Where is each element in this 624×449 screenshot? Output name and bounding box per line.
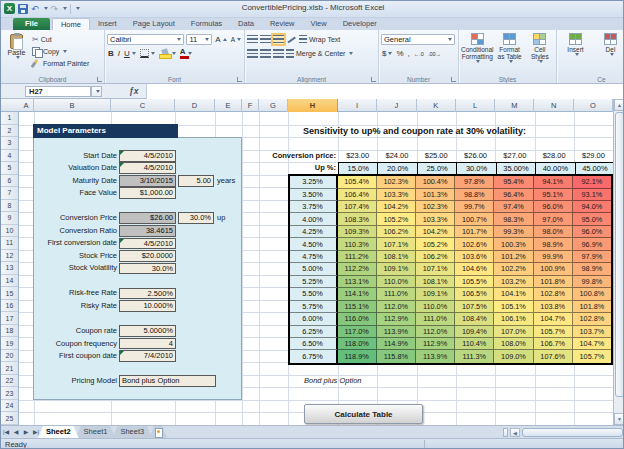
sensitivity-cell[interactable]: 99.7% — [455, 201, 494, 213]
param-value-calculated[interactable]: $26.00 — [119, 212, 176, 224]
font-name-select[interactable]: Calibri — [107, 34, 184, 45]
sensitivity-cell[interactable]: 107.1% — [377, 238, 416, 250]
sensitivity-cell[interactable]: 96.9% — [573, 238, 611, 250]
param-value[interactable]: 30.0% — [119, 263, 176, 275]
coupon-rate-cell[interactable]: 6.75% — [290, 350, 338, 362]
sensitivity-cell[interactable]: 105.7% — [534, 326, 573, 338]
sheet-tab-sheet2[interactable]: Sheet2 — [38, 426, 79, 438]
sensitivity-cell[interactable]: 100.8% — [573, 288, 611, 300]
sensitivity-cell[interactable]: 105.4% — [338, 176, 377, 188]
sensitivity-cell[interactable]: 106.5% — [455, 288, 494, 300]
column-header-F[interactable]: F — [242, 99, 259, 112]
dialog-launcher-icon[interactable] — [451, 77, 456, 82]
accounting-format-button[interactable]: $ — [381, 48, 393, 59]
coupon-rate-cell[interactable]: 5.75% — [290, 301, 338, 313]
sensitivity-cell[interactable]: 95.4% — [494, 176, 533, 188]
row-header-3[interactable]: 3 — [1, 137, 18, 150]
row-header-8[interactable]: 8 — [1, 200, 18, 213]
bottom-align-button[interactable] — [273, 35, 284, 44]
sensitivity-cell[interactable]: 114.1% — [338, 288, 377, 300]
param-value[interactable]: 7/4/2010 — [119, 350, 176, 362]
sensitivity-cell[interactable]: 118.9% — [338, 350, 377, 362]
sensitivity-cell[interactable]: 109.1% — [416, 288, 455, 300]
bold-button[interactable]: B — [107, 48, 115, 59]
row-header-14[interactable]: 14 — [1, 275, 18, 288]
conversion-price-value[interactable]: $29.00 — [574, 150, 613, 161]
tab-insert[interactable]: Insert — [90, 18, 125, 30]
param-value[interactable]: Bond plus Option — [119, 375, 216, 387]
sensitivity-cell[interactable]: 97.9% — [573, 251, 611, 263]
sensitivity-cell[interactable]: 115.1% — [338, 301, 377, 313]
paste-button[interactable]: Paste — [3, 32, 30, 70]
sensitivity-cell[interactable]: 98.8% — [455, 189, 494, 201]
up-percent-value[interactable]: 15.0% — [339, 163, 378, 174]
sensitivity-cell[interactable]: 104.7% — [573, 338, 611, 350]
delete-cells-button[interactable]: Del — [594, 32, 624, 70]
format-painter-button[interactable]: Format Painter — [32, 58, 89, 69]
sensitivity-cell[interactable]: 97.4% — [494, 201, 533, 213]
sensitivity-cell[interactable]: 106.2% — [416, 251, 455, 263]
row-header-7[interactable]: 7 — [1, 187, 18, 200]
param-value-calculated[interactable]: 3/10/2015 — [119, 175, 176, 187]
row-header-10[interactable]: 10 — [1, 225, 18, 238]
middle-align-button[interactable] — [260, 35, 271, 44]
sensitivity-cell[interactable]: 100.3% — [494, 238, 533, 250]
sensitivity-cell[interactable]: 99.3% — [494, 226, 533, 238]
scroll-left-icon[interactable]: ◀ — [510, 428, 520, 437]
increase-decimal-button[interactable]: ←.0 — [413, 48, 425, 59]
number-format-select[interactable]: General — [381, 34, 455, 45]
row-header-6[interactable]: 6 — [1, 175, 18, 188]
scroll-down-icon[interactable]: ▼ — [614, 413, 624, 425]
conversion-price-value[interactable]: $24.00 — [377, 150, 416, 161]
copy-button[interactable]: Copy — [32, 46, 89, 57]
sensitivity-cell[interactable]: 107.0% — [494, 326, 533, 338]
sensitivity-cell[interactable]: 94.0% — [573, 201, 611, 213]
sensitivity-cell[interactable]: 113.9% — [377, 326, 416, 338]
sensitivity-cell[interactable]: 107.1% — [416, 263, 455, 275]
coupon-rate-cell[interactable]: 3.50% — [290, 189, 338, 201]
row-header-9[interactable]: 9 — [1, 212, 18, 225]
sensitivity-cell[interactable]: 101.2% — [494, 251, 533, 263]
sensitivity-cell[interactable]: 92.1% — [573, 176, 611, 188]
sensitivity-cell[interactable]: 112.0% — [416, 326, 455, 338]
sensitivity-cell[interactable]: 103.8% — [534, 301, 573, 313]
tab-review[interactable]: Review — [262, 18, 303, 30]
param-value[interactable]: 2.500% — [119, 288, 176, 300]
sensitivity-cell[interactable]: 112.9% — [416, 338, 455, 350]
format-as-table-button[interactable]: Format as Table — [496, 32, 524, 70]
sensitivity-cell[interactable]: 110.3% — [338, 238, 377, 250]
cut-button[interactable]: ✂Cut — [32, 34, 89, 45]
row-header-22[interactable]: 22 — [1, 375, 18, 388]
sensitivity-cell[interactable]: 98.0% — [534, 226, 573, 238]
sensitivity-cell[interactable]: 102.3% — [377, 176, 416, 188]
tab-developer[interactable]: Developer — [335, 18, 385, 30]
tab-formulas[interactable]: Formulas — [183, 18, 230, 30]
row-header-2[interactable]: 2 — [1, 125, 18, 138]
sensitivity-cell[interactable]: 115.8% — [377, 350, 416, 362]
param-extra-value[interactable]: 30.0% — [178, 212, 214, 224]
align-left-button[interactable] — [247, 49, 258, 58]
sensitivity-cell[interactable]: 95.0% — [573, 213, 611, 225]
sensitivity-cell[interactable]: 97.8% — [455, 176, 494, 188]
percent-style-button[interactable]: % — [395, 48, 404, 59]
up-percent-value[interactable]: 30.0% — [457, 163, 496, 174]
sensitivity-cell[interactable]: 102.8% — [573, 313, 611, 325]
sensitivity-cell[interactable]: 96.4% — [494, 189, 533, 201]
coupon-rate-cell[interactable]: 3.75% — [290, 201, 338, 213]
row-header-11[interactable]: 11 — [1, 237, 18, 250]
param-value[interactable]: 10.000% — [119, 300, 176, 312]
font-color-button[interactable]: A — [179, 48, 193, 59]
sensitivity-cell[interactable]: 110.0% — [377, 276, 416, 288]
sensitivity-cell[interactable]: 103.7% — [573, 326, 611, 338]
sensitivity-cell[interactable]: 105.7% — [573, 350, 611, 362]
conditional-formatting-button[interactable]: Conditional Formatting — [461, 32, 494, 70]
coupon-rate-cell[interactable]: 4.75% — [290, 251, 338, 263]
name-box[interactable]: H27 — [25, 86, 91, 97]
coupon-rate-cell[interactable]: 6.25% — [290, 326, 338, 338]
sensitivity-cell[interactable]: 101.8% — [534, 276, 573, 288]
name-box-dropdown[interactable] — [91, 86, 102, 97]
sensitivity-cell[interactable]: 101.3% — [416, 189, 455, 201]
param-value[interactable]: 4 — [119, 338, 176, 350]
next-sheet-button[interactable]: ▶ — [21, 426, 31, 438]
sensitivity-cell[interactable]: 99.9% — [534, 251, 573, 263]
